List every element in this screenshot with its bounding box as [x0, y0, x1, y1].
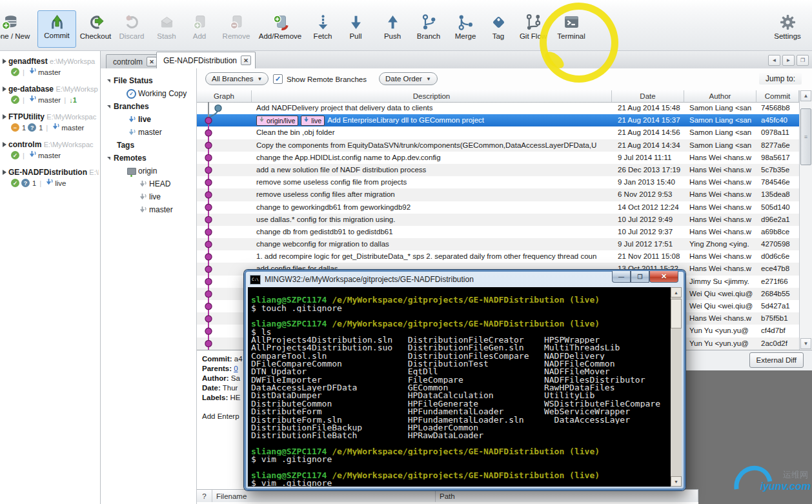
- commit-hash: ece47b8: [756, 263, 799, 275]
- scroll-down-icon[interactable]: ▼: [671, 476, 682, 487]
- tree-item-master[interactable]: master: [101, 126, 196, 139]
- terminal-scrollbar[interactable]: ▲ ▼: [671, 287, 682, 487]
- add-remove-button[interactable]: Add/Remove: [256, 12, 305, 48]
- commit-row[interactable]: Add NADFDelivery project that delivery d…: [197, 102, 799, 114]
- expand-arrow-icon[interactable]: [3, 142, 6, 147]
- collapse-arrow-icon[interactable]: [107, 105, 110, 108]
- toolbar-button-label: Add/Remove: [259, 32, 301, 40]
- path-column-header[interactable]: Path: [436, 489, 698, 502]
- console-icon: C:\: [250, 275, 261, 285]
- tab-controlm[interactable]: controlm ✕: [106, 54, 161, 68]
- tag-button[interactable]: Tag: [484, 12, 513, 48]
- tab-scroll-right-icon[interactable]: ►: [782, 55, 795, 66]
- tree-item-label: Remotes: [114, 154, 147, 163]
- expand-arrow-icon[interactable]: [3, 114, 6, 119]
- close-icon[interactable]: ✕: [147, 57, 157, 66]
- checkout-button[interactable]: Checkout: [76, 12, 115, 48]
- external-diff-button[interactable]: External Diff: [749, 352, 804, 368]
- collapse-arrow-icon[interactable]: [107, 157, 110, 160]
- scroll-up-icon[interactable]: ▲: [800, 90, 811, 101]
- divider: |: [23, 68, 25, 76]
- scrollbar-thumb[interactable]: [671, 299, 682, 328]
- tree-item-head[interactable]: HEAD: [101, 177, 196, 190]
- commit-row[interactable]: change the App.HDIDList.config name to A…: [197, 152, 799, 164]
- branch-button[interactable]: Branch: [411, 12, 447, 48]
- tree-item-remotes[interactable]: Remotes: [101, 152, 196, 165]
- column-header-author[interactable]: Author: [684, 90, 756, 102]
- close-button[interactable]: ✕: [649, 271, 678, 283]
- commit-author: Yun Yu <yun.yu@: [684, 325, 756, 337]
- expand-arrow-icon[interactable]: [3, 86, 6, 92]
- tree-item-branches[interactable]: Branches: [101, 100, 196, 113]
- git-flow-button[interactable]: Git Flow: [514, 12, 553, 48]
- column-header-date[interactable]: Date: [612, 90, 684, 102]
- settings-button[interactable]: Settings: [768, 12, 807, 48]
- commit-row[interactable]: 1. add recompire logic for get_Distribut…: [197, 250, 799, 263]
- commit-row[interactable]: change webconfig for migration to dallas…: [197, 238, 799, 250]
- commit-row[interactable]: change to geworkingdb61 from geworkingdb…: [197, 201, 799, 214]
- minimize-button[interactable]: —: [612, 271, 631, 283]
- tree-item-working-copy[interactable]: ✓Working Copy: [101, 87, 196, 100]
- commit-author: Hans Wei <hans.w: [684, 312, 756, 325]
- expand-arrow-icon[interactable]: [3, 59, 6, 64]
- repo-bookmark-ge-database[interactable]: ge-database E:\MyWorksp✓|master|↓1: [0, 83, 100, 110]
- tab-scroll-left-icon[interactable]: ◄: [768, 55, 780, 66]
- column-header-description[interactable]: Description: [252, 90, 612, 102]
- commit-date: 14 Oct 2012 12:24: [612, 201, 684, 214]
- repo-bookmark-controlm[interactable]: controlm E:\MyWorkspac✓|master: [0, 138, 100, 166]
- maximize-button[interactable]: ❐: [631, 271, 649, 283]
- terminal-button[interactable]: Terminal: [554, 12, 589, 48]
- graph-cell: [197, 226, 252, 238]
- log-scrollbar[interactable]: ▲ ≡ ▼: [799, 90, 812, 350]
- file-status-column-header[interactable]: ?: [197, 489, 212, 502]
- tree-item-master[interactable]: master: [101, 203, 196, 216]
- commit-row[interactable]: origin/liveliveAdd EnterpriseLibrary dll…: [197, 114, 799, 126]
- close-icon[interactable]: ✕: [241, 55, 251, 65]
- tree-item-tags[interactable]: Tags: [101, 139, 196, 152]
- tree-item-live[interactable]: live: [101, 113, 196, 126]
- commit-row[interactable]: Copy the components from EquityDataSVN/t…: [197, 139, 799, 152]
- repo-bookmark-ge-nadfdistribution[interactable]: GE-NADFDistribution E:\M✓?1|live: [0, 166, 100, 194]
- push-button[interactable]: Push: [376, 12, 409, 48]
- scroll-down-icon[interactable]: ▼: [800, 338, 811, 349]
- commit-date: 6 Nov 2012 9:53: [612, 188, 684, 201]
- tree-item-origin[interactable]: origin: [101, 165, 196, 177]
- ls-output-line: DistributeCommon HPFileGenerate WSDistri…: [251, 400, 667, 408]
- commit-row[interactable]: change db from gedistdb91 to gedistdb611…: [197, 226, 799, 238]
- filename-column-header[interactable]: Filename: [212, 489, 436, 502]
- parent-commit-link[interactable]: 0: [234, 365, 238, 372]
- expand-arrow-icon[interactable]: [3, 170, 6, 175]
- branch-filter-dropdown[interactable]: All Branches ▼: [205, 72, 269, 85]
- clone-new-button[interactable]: Clone / New: [0, 12, 35, 48]
- commit-author: Ying Zhong <ying.: [684, 238, 756, 250]
- show-remote-checkbox[interactable]: ✓: [273, 74, 283, 84]
- commit-button[interactable]: Commit: [37, 10, 76, 48]
- merge-button[interactable]: Merge: [448, 12, 483, 48]
- tree-item-file-status[interactable]: File Status: [101, 74, 196, 87]
- toolbar-button-label: Pull: [349, 32, 361, 40]
- tree-item-live[interactable]: live: [101, 190, 196, 203]
- commit-row[interactable]: add a new solution file of NADF distribu…: [197, 164, 799, 176]
- new-tab-icon[interactable]: ❐: [797, 55, 809, 66]
- column-header-graph[interactable]: Graph: [197, 90, 252, 102]
- jump-to-button[interactable]: Jump to:: [759, 73, 802, 85]
- commit-date: 21 Aug 2014 15:48: [612, 102, 684, 114]
- pull-button[interactable]: Pull: [341, 12, 370, 48]
- repo-bookmark-genadftest[interactable]: genadftest e:\MyWorkspa✓|master: [0, 55, 100, 83]
- scrollbar-thumb[interactable]: ≡: [800, 108, 811, 165]
- column-header-commit[interactable]: Commit: [756, 90, 799, 102]
- collapse-arrow-icon[interactable]: [107, 79, 110, 83]
- fetch-button[interactable]: Fetch: [306, 12, 340, 48]
- commit-row[interactable]: remove some useless config file from pro…: [197, 176, 799, 188]
- scroll-up-icon[interactable]: ▲: [671, 287, 682, 297]
- ls-output-line: DistributeForm HPFundamentalLoader WebSe…: [251, 408, 667, 416]
- commit-row[interactable]: remove useless config files after migrat…: [197, 188, 799, 201]
- commit-date: 21 Aug 2014 15:37: [612, 114, 684, 126]
- commit-row[interactable]: use dallas.* config for this migration u…: [197, 214, 799, 226]
- repo-name: FTPUtility: [8, 112, 45, 121]
- commit-hash: d96e2a1: [756, 214, 799, 226]
- commit-row[interactable]: Clean the bin ,obj folder21 Aug 2014 14:…: [197, 126, 799, 139]
- order-dropdown[interactable]: Date Order ▼: [379, 72, 438, 85]
- repo-bookmark-ftputility[interactable]: FTPUtility E:\MyWorkspac−1?1|master: [0, 110, 100, 138]
- tab-ge-nadfdistribution[interactable]: GE-NADFDistribution ✕: [156, 52, 256, 68]
